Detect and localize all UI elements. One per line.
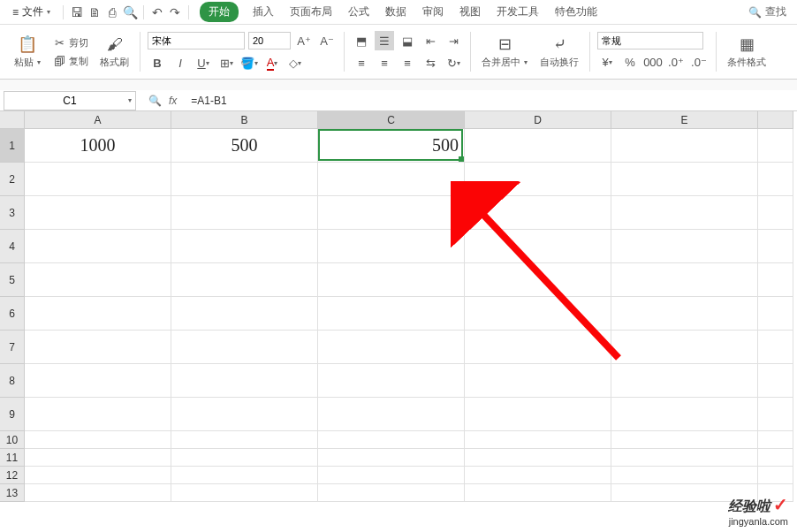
cell-A5[interactable]	[25, 263, 171, 297]
column-header-partial[interactable]	[758, 111, 793, 129]
cut-button[interactable]: ✂剪切	[49, 34, 91, 50]
cell-E11[interactable]	[611, 449, 758, 467]
column-header-D[interactable]: D	[465, 111, 611, 129]
saveas-icon[interactable]: 🗎	[87, 4, 102, 20]
tab-start[interactable]: 开始	[200, 2, 239, 22]
cell-partial[interactable]	[758, 263, 793, 297]
cell-E7[interactable]	[611, 331, 758, 364]
cell-A8[interactable]	[25, 364, 171, 398]
align-bottom-button[interactable]: ⬓	[398, 31, 417, 50]
cell-D7[interactable]	[465, 331, 611, 364]
indent-right-button[interactable]: ⇥	[444, 31, 463, 50]
cell-A9[interactable]	[25, 398, 171, 431]
cell-E3[interactable]	[611, 196, 758, 230]
cell-B6[interactable]	[171, 297, 318, 331]
tab-data[interactable]: 数据	[378, 3, 414, 21]
cell-D5[interactable]	[465, 263, 611, 297]
cell-D12[interactable]	[465, 467, 611, 484]
tab-special[interactable]: 特色功能	[548, 3, 604, 21]
effects-button[interactable]: ◇▾	[285, 53, 305, 72]
indent-left-button[interactable]: ⇤	[421, 31, 440, 50]
search-fx-icon[interactable]: 🔍	[148, 95, 162, 107]
align-center-button[interactable]: ≡	[375, 53, 394, 72]
align-middle-button[interactable]: ☰	[375, 31, 394, 50]
redo-icon[interactable]: ↷	[167, 4, 183, 20]
cell-C6[interactable]	[318, 297, 465, 331]
italic-button[interactable]: I	[171, 53, 190, 72]
cell-B10[interactable]	[171, 431, 318, 449]
currency-button[interactable]: ¥▾	[597, 52, 617, 72]
cell-partial[interactable]	[758, 297, 793, 331]
tab-formula[interactable]: 公式	[341, 3, 376, 21]
cell-D4[interactable]	[465, 230, 611, 263]
cell-partial[interactable]	[758, 196, 793, 230]
cell-A12[interactable]	[25, 467, 171, 484]
cell-partial[interactable]	[758, 431, 793, 449]
cell-A11[interactable]	[25, 449, 171, 467]
distribute-button[interactable]: ⇆	[421, 53, 440, 72]
font-color-button[interactable]: A▾	[262, 53, 282, 72]
cell-C9[interactable]	[318, 398, 465, 431]
cell-D9[interactable]	[465, 398, 611, 431]
row-header-6[interactable]: 6	[0, 297, 25, 331]
tab-dev[interactable]: 开发工具	[490, 3, 546, 21]
cell-B7[interactable]	[171, 331, 318, 364]
cell-B9[interactable]	[171, 398, 318, 431]
copy-button[interactable]: 🗐复制	[49, 53, 91, 69]
orientation-button[interactable]: ↻▾	[444, 53, 463, 72]
row-header-1[interactable]: 1	[0, 129, 25, 163]
row-header-9[interactable]: 9	[0, 398, 25, 431]
cell-C7[interactable]	[318, 331, 465, 364]
cell-D13[interactable]	[465, 484, 611, 502]
cell-B4[interactable]	[171, 230, 318, 263]
increase-font-button[interactable]: A⁺	[294, 31, 314, 50]
cell-E12[interactable]	[611, 467, 758, 484]
cond-format-button[interactable]: ▦ 条件格式	[724, 33, 770, 71]
cell-A10[interactable]	[25, 431, 171, 449]
underline-button[interactable]: U▾	[194, 53, 213, 72]
cell-D1[interactable]	[465, 129, 611, 163]
cell-D3[interactable]	[465, 196, 611, 230]
cell-A6[interactable]	[25, 297, 171, 331]
row-header-10[interactable]: 10	[0, 431, 25, 449]
cell-D8[interactable]	[465, 364, 611, 398]
cell-D6[interactable]	[465, 297, 611, 331]
cell-A1[interactable]: 1000	[25, 129, 171, 163]
row-header-12[interactable]: 12	[0, 467, 25, 484]
row-header-3[interactable]: 3	[0, 196, 25, 230]
cell-B11[interactable]	[171, 449, 318, 467]
cell-A2[interactable]	[25, 163, 171, 196]
cell-C12[interactable]	[318, 467, 465, 484]
number-format-select[interactable]	[597, 32, 703, 49]
formula-input[interactable]	[186, 95, 797, 107]
search-button[interactable]: 🔍 查找	[743, 3, 792, 21]
tab-view[interactable]: 视图	[452, 3, 488, 21]
name-box[interactable]: ▾	[4, 91, 136, 110]
cell-B2[interactable]	[171, 163, 318, 196]
cell-A7[interactable]	[25, 331, 171, 364]
cell-partial[interactable]	[758, 449, 793, 467]
fill-color-button[interactable]: 🪣▾	[239, 53, 259, 72]
cell-partial[interactable]	[758, 163, 793, 196]
inc-decimal-button[interactable]: .0⁺	[666, 52, 686, 72]
border-button[interactable]: ⊞▾	[216, 53, 236, 72]
dec-decimal-button[interactable]: .0⁻	[689, 52, 709, 72]
cell-partial[interactable]	[758, 331, 793, 364]
cell-E1[interactable]	[611, 129, 758, 163]
font-name-select[interactable]	[148, 32, 245, 49]
tab-layout[interactable]: 页面布局	[283, 3, 339, 21]
bold-button[interactable]: B	[148, 53, 167, 72]
save-icon[interactable]: 🖫	[69, 4, 85, 20]
cell-B8[interactable]	[171, 364, 318, 398]
cell-C11[interactable]	[318, 449, 465, 467]
cell-C13[interactable]	[318, 484, 465, 502]
align-left-button[interactable]: ≡	[352, 53, 371, 72]
row-header-7[interactable]: 7	[0, 331, 25, 364]
cell-E4[interactable]	[611, 230, 758, 263]
cell-B1[interactable]: 500	[171, 129, 318, 163]
preview-icon[interactable]: 🔍	[122, 4, 138, 20]
decrease-font-button[interactable]: A⁻	[317, 31, 337, 50]
row-header-5[interactable]: 5	[0, 263, 25, 297]
cell-B3[interactable]	[171, 196, 318, 230]
cell-B13[interactable]	[171, 484, 318, 502]
